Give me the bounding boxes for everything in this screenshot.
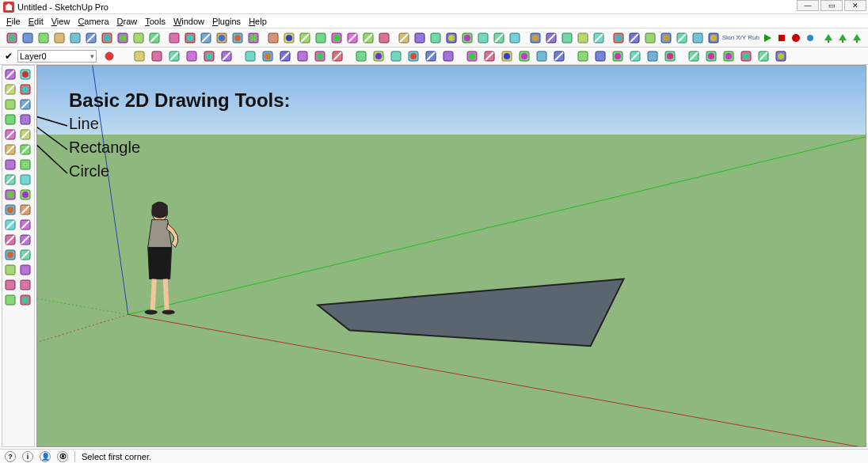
tb-iso3-icon[interactable] (298, 30, 312, 46)
tb-paste-icon[interactable] (84, 30, 98, 46)
tb-undo-icon[interactable] (100, 30, 114, 46)
tb-open-icon[interactable] (21, 30, 35, 46)
label_xy[interactable]: X/Y (736, 35, 746, 41)
tb-iso4-icon[interactable] (314, 30, 328, 46)
tool-pencil-icon[interactable] (3, 97, 17, 112)
tool-arc-icon[interactable] (3, 127, 17, 142)
tb-dims-icon[interactable] (215, 30, 229, 46)
tb2-redo2-icon[interactable] (149, 48, 165, 64)
tool-3dtext-icon[interactable] (18, 203, 32, 217)
tb2-rect2-icon[interactable] (721, 48, 737, 64)
tool-pushpull-icon[interactable] (3, 157, 17, 172)
tb2-sun-icon[interactable] (499, 48, 515, 64)
menu-draw[interactable]: Draw (114, 16, 141, 27)
tb-arc1-icon[interactable] (167, 30, 181, 46)
tb2-globe-icon[interactable] (534, 48, 550, 64)
tool-followme-icon[interactable] (18, 157, 32, 172)
tool-axes-icon[interactable] (3, 218, 17, 232)
layer-color-icon[interactable] (101, 48, 117, 64)
tb2-folder-icon[interactable] (703, 48, 719, 64)
tb2-house2-icon[interactable] (627, 48, 643, 64)
tb-tree2-icon[interactable] (836, 30, 849, 46)
tb-model-icon[interactable] (147, 30, 162, 46)
tb2-sphere3-icon[interactable] (440, 48, 456, 64)
tb2-y2-icon[interactable] (260, 48, 276, 64)
tb-shaded-icon[interactable] (428, 30, 443, 46)
tool-position-cam-icon[interactable] (3, 278, 17, 292)
label_skin[interactable]: Skin (722, 35, 735, 41)
tool-zoom-window-icon[interactable] (18, 248, 32, 262)
tool-move-icon[interactable] (3, 142, 17, 157)
tb-tree1-icon[interactable] (675, 30, 689, 46)
tool-text-icon[interactable] (3, 203, 17, 217)
tb2-y6-icon[interactable] (329, 48, 345, 64)
tool-circle-icon[interactable] (3, 112, 17, 127)
tool-dimension-icon[interactable] (18, 188, 32, 202)
tb2-star-icon[interactable] (166, 48, 182, 64)
menu-help[interactable]: Help (246, 16, 270, 27)
tb-sec1-icon[interactable] (492, 30, 506, 46)
tb-play-icon[interactable] (761, 30, 774, 46)
tool-rotate-icon[interactable] (18, 142, 32, 157)
tb-tree2-icon[interactable] (691, 30, 705, 46)
menu-file[interactable]: File (3, 16, 24, 27)
tb-side-icon[interactable] (361, 30, 375, 46)
tb2-wall-icon[interactable] (662, 48, 678, 64)
menu-plugins[interactable]: Plugins (209, 16, 244, 27)
tb2-align-icon[interactable] (219, 48, 234, 64)
tb-iso1-icon[interactable] (266, 30, 280, 46)
tool-pan-icon[interactable] (18, 233, 32, 247)
menu-tools[interactable]: Tools (142, 16, 169, 27)
tool-select-icon[interactable] (3, 67, 17, 82)
minimize-button[interactable]: — (797, 0, 819, 11)
tb-stop-icon[interactable] (775, 30, 788, 46)
tb2-y4-icon[interactable] (295, 48, 310, 64)
tb2-sphere5-icon[interactable] (482, 48, 497, 64)
tool-eraser-icon[interactable] (18, 82, 32, 97)
tb-new-icon[interactable] (5, 30, 19, 46)
tool-zoom-extents-icon[interactable] (3, 263, 17, 277)
geo-icon[interactable]: ⦿ (57, 451, 68, 462)
tb-dot-icon[interactable] (804, 30, 817, 46)
tb-copy-icon[interactable] (68, 30, 82, 46)
tb-hidden-icon[interactable] (413, 30, 427, 46)
tb2-hex-icon[interactable] (756, 48, 771, 64)
tool-walk-icon[interactable] (3, 293, 17, 307)
tool-tape-icon[interactable] (3, 188, 17, 202)
tb2-y5-icon[interactable] (312, 48, 328, 64)
tb-tape-icon[interactable] (246, 30, 261, 46)
tb-tree3-icon[interactable] (851, 30, 863, 46)
tb2-y1-icon[interactable] (242, 48, 258, 64)
tool-scale-icon[interactable] (3, 173, 17, 187)
tb2-paint2-icon[interactable] (592, 48, 608, 64)
viewport[interactable]: Basic 2D Drawing Tools: Line Rectangle C… (36, 65, 866, 447)
tb-tree1-icon[interactable] (822, 30, 835, 46)
tb2-diamond-icon[interactable] (371, 48, 386, 64)
tool-freehand-icon[interactable] (18, 127, 32, 142)
tb2-comp-icon[interactable] (575, 48, 591, 64)
tb-save-icon[interactable] (36, 30, 51, 46)
tool-section2-icon[interactable] (18, 293, 32, 307)
label_rub[interactable]: Rub (748, 35, 760, 41)
tb2-poly-icon[interactable] (388, 48, 404, 64)
tb-rec-icon[interactable] (790, 30, 802, 46)
tool-zoom-icon[interactable] (3, 248, 17, 262)
tb-arc2-icon[interactable] (183, 30, 197, 46)
help-icon[interactable]: ? (5, 451, 16, 462)
tb-redo-icon[interactable] (116, 30, 130, 46)
tb-iso2-icon[interactable] (282, 30, 296, 46)
tool-polygon-icon[interactable] (18, 112, 32, 127)
tb2-cube-icon[interactable] (551, 48, 567, 64)
tb2-dim2-icon[interactable] (686, 48, 702, 64)
tb2-y3-icon[interactable] (277, 48, 293, 64)
menu-camera[interactable]: Camera (74, 16, 112, 27)
tb2-undo2-icon[interactable] (131, 48, 147, 64)
tb2-grid-icon[interactable] (353, 48, 369, 64)
tb2-sphere1-icon[interactable] (405, 48, 421, 64)
tb-sec3-icon[interactable] (528, 30, 542, 46)
tb-persp-icon[interactable] (377, 30, 391, 46)
tb2-leaf-icon[interactable] (738, 48, 754, 64)
tool-section-icon[interactable] (18, 218, 32, 232)
tb2-house1-icon[interactable] (610, 48, 626, 64)
layer-visible-check[interactable]: ✔ (5, 51, 13, 62)
